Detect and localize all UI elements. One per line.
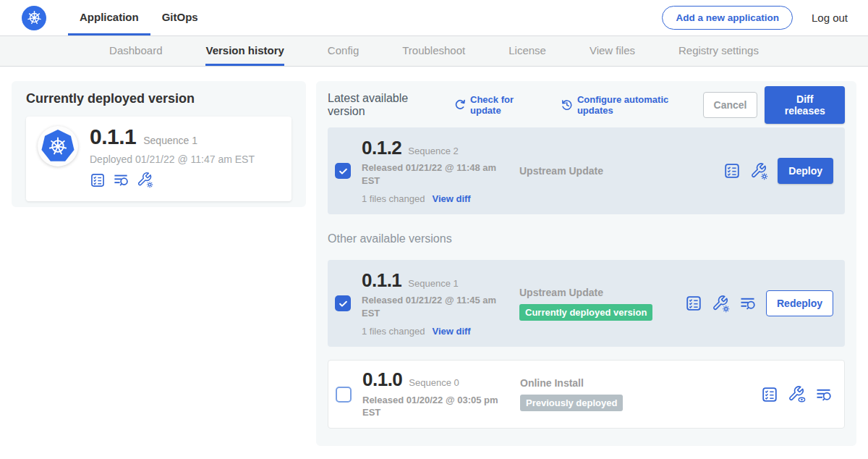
version-checkbox[interactable] xyxy=(336,387,352,403)
version-actions: Redeploy xyxy=(685,290,833,316)
deploy-logs-icon[interactable] xyxy=(739,295,757,312)
deployed-version-actions xyxy=(90,172,255,188)
auto-update-clock-icon xyxy=(561,98,573,111)
version-history-panel: Latest available version Check for updat… xyxy=(316,81,856,446)
view-config-icon[interactable] xyxy=(788,385,806,403)
preflight-checks-icon[interactable] xyxy=(685,295,702,312)
tab-config[interactable]: Config xyxy=(328,36,359,66)
deployed-version-number: 0.1.1 xyxy=(90,126,136,148)
files-changed: 1 files changed xyxy=(362,193,425,204)
edit-config-icon[interactable] xyxy=(137,172,153,188)
version-status: Upstream Update Currently deployed versi… xyxy=(519,287,685,321)
preflight-checks-icon[interactable] xyxy=(761,386,778,403)
version-actions: Deploy xyxy=(723,158,833,184)
version-row-0-1-0: 0.1.0 Sequence 0 Released 01/20/22 @ 03:… xyxy=(328,360,845,429)
tab-application[interactable]: Application xyxy=(68,0,150,35)
cancel-button[interactable]: Cancel xyxy=(703,92,758,118)
files-changed: 1 files changed xyxy=(362,326,425,337)
version-number: 0.1.1 xyxy=(362,270,401,291)
version-info: 0.1.0 Sequence 0 Released 01/20/22 @ 03:… xyxy=(362,369,520,419)
version-status: Upstream Update xyxy=(519,165,723,177)
tab-registry-settings[interactable]: Registry settings xyxy=(678,36,759,66)
brand xyxy=(22,0,46,35)
version-row-0-1-1: 0.1.1 Sequence 1 Released 01/21/22 @ 11:… xyxy=(328,260,845,347)
version-sequence: Sequence 0 xyxy=(409,377,459,388)
top-navbar: Application GitOps Add a new application… xyxy=(0,0,868,36)
version-number: 0.1.0 xyxy=(362,369,402,390)
kubernetes-app-icon xyxy=(41,130,75,163)
edit-config-icon[interactable] xyxy=(750,162,768,180)
released-timestamp: Released 01/20/22 @ 03:05 pm EST xyxy=(362,394,503,419)
redeploy-button[interactable]: Redeploy xyxy=(766,290,833,316)
configure-automatic-updates-link[interactable]: Configure automatic updates xyxy=(561,94,703,116)
version-sequence: Sequence 2 xyxy=(408,146,458,156)
app-tabs: Application GitOps xyxy=(68,0,210,35)
currently-deployed-badge: Currently deployed version xyxy=(519,304,652,321)
view-diff-link[interactable]: View diff xyxy=(432,193,470,204)
add-new-application-button[interactable]: Add a new application xyxy=(662,6,793,30)
edit-config-icon[interactable] xyxy=(712,295,730,313)
diff-releases-button[interactable]: Diff releases xyxy=(765,86,845,124)
deployed-version-sequence: Sequence 1 xyxy=(143,135,197,146)
version-actions xyxy=(761,385,833,403)
version-number: 0.1.2 xyxy=(362,138,401,159)
version-row-0-1-2: 0.1.2 Sequence 2 Released 01/21/22 @ 11:… xyxy=(328,127,845,214)
latest-version-header: Latest available version Check for updat… xyxy=(328,91,845,119)
preflight-checks-icon[interactable] xyxy=(90,172,106,188)
app-icon-ring xyxy=(38,126,78,167)
deploy-logs-icon[interactable] xyxy=(815,386,833,403)
previously-deployed-badge: Previously deployed xyxy=(520,395,623,411)
kubernetes-logo-icon xyxy=(22,6,46,30)
view-diff-link[interactable]: View diff xyxy=(432,326,470,337)
tab-view-files[interactable]: View files xyxy=(590,36,635,66)
console-subnav: Dashboard Version history Config Trouble… xyxy=(0,36,868,67)
tab-version-history[interactable]: Version history xyxy=(205,36,284,66)
check-for-update-link[interactable]: Check for update xyxy=(454,94,545,116)
preflight-checks-icon[interactable] xyxy=(723,162,741,180)
version-info: 0.1.2 Sequence 2 Released 01/21/22 @ 11:… xyxy=(362,138,519,205)
version-source: Upstream Update xyxy=(519,287,685,298)
version-source: Online Install xyxy=(520,377,761,389)
version-checkbox[interactable] xyxy=(335,163,351,179)
latest-version-title: Latest available version xyxy=(328,92,445,118)
other-versions-title: Other available versions xyxy=(328,232,845,245)
tab-dashboard[interactable]: Dashboard xyxy=(109,36,162,66)
deployed-version-info: 0.1.1 Sequence 1 Deployed 01/21/22 @ 11:… xyxy=(90,126,255,192)
deployed-timestamp: Deployed 01/21/22 @ 11:47 am EST xyxy=(90,153,255,165)
tab-troubleshoot[interactable]: Troubleshoot xyxy=(402,36,465,66)
released-timestamp: Released 01/21/22 @ 11:45 am EST xyxy=(362,294,503,319)
released-timestamp: Released 01/21/22 @ 11:48 am EST xyxy=(362,161,503,187)
deployed-version-card: 0.1.1 Sequence 1 Deployed 01/21/22 @ 11:… xyxy=(26,117,292,201)
main-content: Currently deployed version xyxy=(0,67,868,458)
version-info: 0.1.1 Sequence 1 Released 01/21/22 @ 11:… xyxy=(362,270,519,337)
version-checkbox[interactable] xyxy=(335,295,351,311)
version-sequence: Sequence 1 xyxy=(408,278,458,289)
deploy-logs-icon[interactable] xyxy=(113,172,129,188)
currently-deployed-title: Currently deployed version xyxy=(26,91,292,106)
tab-gitops[interactable]: GitOps xyxy=(150,0,210,35)
tab-license[interactable]: License xyxy=(509,36,546,66)
navbar-right: Add a new application Log out xyxy=(662,0,848,35)
deploy-button[interactable]: Deploy xyxy=(778,158,833,184)
logout-link[interactable]: Log out xyxy=(812,12,848,24)
version-status: Online Install Previously deployed xyxy=(520,377,761,411)
currently-deployed-panel: Currently deployed version xyxy=(12,81,306,207)
version-source: Upstream Update xyxy=(519,165,723,177)
refresh-icon xyxy=(454,98,466,111)
